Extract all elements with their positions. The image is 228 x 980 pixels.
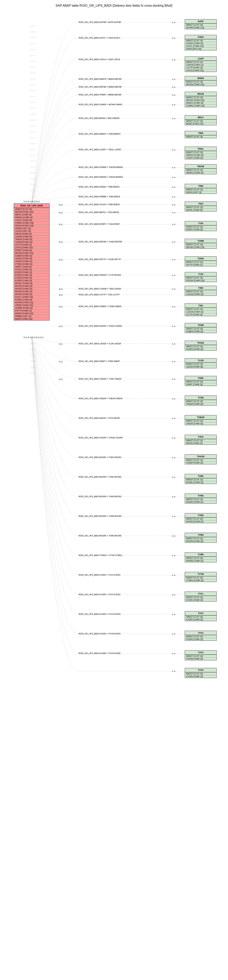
- entity-field: MATKL [CHAR (9)]: [185, 208, 217, 211]
- side-number: 0 : 0 : 1: [31, 196, 36, 197]
- entity-field: LGORT [CHAR (4)]: [185, 156, 217, 159]
- entity-field: MANDT [CLNT (3)]: [185, 345, 217, 348]
- entity-field: LGTYP [CHAR (3)]: [185, 66, 217, 69]
- entity-field: MANDT [CLNT (3)]: [185, 420, 217, 422]
- entity-field: BWTAR [CHAR (10)]: [185, 246, 217, 248]
- relation-link: ROIO_GR_LIPS_BADI-MANDT = T000-MANDT: [79, 133, 121, 135]
- related-entity: MCHAMANDT [CLNT (3)]MATNR [CHAR (18)]WER…: [185, 92, 217, 107]
- entity-field: MANDT [CLNT (3)]: [185, 517, 217, 520]
- main-field: MTART [CHAR (4)]: [14, 249, 49, 252]
- entity-field: FAKSP [CHAR (2)]: [185, 442, 217, 444]
- side-number: 0 : 0 : 1: [31, 184, 36, 186]
- relation-link: ROIO_GR_LIPS_BADI-LGNUM = T300-LGNUM: [79, 288, 121, 290]
- entity-field: MANDT [CLNT (3)]: [185, 225, 217, 228]
- related-entity: TVM4MANDT [CLNT (3)]MVGR4 [CHAR (3)]: [185, 533, 217, 543]
- main-field: LGORT [CHAR (4)]: [14, 219, 49, 221]
- right-cardinality: 0..N: [172, 104, 175, 106]
- entity-title: T000: [185, 131, 217, 135]
- right-cardinality: 0..N: [172, 457, 175, 459]
- right-cardinality: 0..N: [172, 437, 175, 439]
- related-entity: TVM3MANDT [CLNT (3)]MVGR3 [CHAR (3)]: [185, 513, 217, 523]
- right-cardinality: 0..N: [172, 417, 175, 420]
- side-number: 0 : 0 : 1: [31, 131, 36, 133]
- entity-field: KVGR4 [CHAR (3)]: [185, 657, 217, 660]
- entity-field: MANDT [CLNT (3)]: [185, 672, 217, 675]
- side-number: 0 : 0 : 1: [31, 37, 36, 38]
- related-entity: TVV2MANDT [CLNT (3)]KVGR2 [CHAR (3)]: [185, 611, 217, 621]
- related-entity: TVFSMANDT [CLNT (3)]FAKSP [CHAR (2)]: [185, 435, 217, 445]
- side-number: 0 : 0 : 1: [31, 143, 36, 145]
- left-cardinality: {0,1}: [59, 294, 63, 296]
- entity-title: T163K: [185, 256, 217, 261]
- left-cardinality: {0,1}: [59, 241, 63, 243]
- entity-field: GSBER [CHAR (4)]: [185, 330, 217, 333]
- related-entity: TVM1MANDT [CLNT (3)]MVGR1 [CHAR (3)]: [185, 474, 217, 484]
- main-field: BWTAR [CHAR (10)]: [14, 252, 49, 255]
- entity-field: TRAGR [CHAR (4)]: [185, 402, 217, 405]
- relation-link: ROIO_GR_LIPS_BADI-AUFNR = AUFK-AUFNR: [79, 21, 121, 23]
- entity-field: MANDT [CLNT (3)]: [185, 576, 217, 579]
- right-cardinality: 0..N: [172, 594, 175, 596]
- main-field: KVGR2 [CHAR (3)]: [14, 271, 49, 274]
- entity-field: VKBUR [CHAR (4)]: [185, 422, 217, 425]
- entity-title: AUFK: [185, 19, 217, 24]
- related-entity: T000MANDT [CLNT (3)]: [185, 131, 217, 138]
- entity-field: LGNUM [CHAR (3)]: [185, 293, 217, 296]
- entity-field: MANDT [CLNT (3)]: [185, 635, 217, 638]
- main-field: MVGR2 [CHAR (3)]: [14, 285, 49, 287]
- entity-field: MANDT [CLNT (3)]: [185, 616, 217, 618]
- entity-field: MANDT [CLNT (3)]: [185, 206, 217, 208]
- main-field: MATNR [CHAR (18)]: [14, 210, 49, 213]
- relation-link: ROIO_GR_LIPS_BADI-MATNR = MARA-MATNR: [79, 86, 122, 88]
- main-field: KOKRS [CHAR (4)]: [14, 298, 49, 301]
- entity-title: TVKGR: [185, 455, 217, 459]
- main-field: LGTYP [CHAR (3)]: [14, 243, 49, 246]
- right-cardinality: 0..N: [172, 653, 175, 655]
- entity-title: TSPA: [185, 376, 217, 380]
- related-entity: T006MANDT [CLNT (3)]MSEHI [UNIT (3)]: [185, 184, 217, 194]
- related-entity: TVM2MANDT [CLNT (3)]MVGR2 [CHAR (3)]: [185, 493, 217, 504]
- entity-title: T300: [185, 286, 217, 290]
- side-number: 0 : 0 : 1: [31, 60, 36, 62]
- right-cardinality: 0..N: [172, 118, 175, 119]
- entity-field: MANDT [CLNT (3)]: [185, 24, 217, 26]
- entity-field: WERKS [CHAR (4)]: [185, 171, 217, 174]
- relation-link: ROIO_GR_LIPS_BADI-KVGR4 = TVV4-KVGR4: [79, 633, 120, 635]
- right-cardinality: 0..N: [172, 177, 175, 178]
- related-entity: TSPAMANDT [CLNT (3)]SPART [CHAR (2)]: [185, 376, 217, 386]
- main-field: MVGR3 [CHAR (3)]: [14, 287, 49, 290]
- related-entity: T300MANDT [CLNT (3)]LGNUM [CHAR (3)]: [185, 286, 217, 296]
- related-entity: TTGRMANDT [CLNT (3)]TRAGR [CHAR (4)]: [185, 396, 217, 406]
- relation-link: ROIO_GR_LIPS_BADI-GSBER = TGSB-GSBER: [79, 305, 121, 307]
- related-entity: TGSBMANDT [CLNT (3)]GSBER [CHAR (4)]: [185, 323, 217, 333]
- main-field: LGNUM [CHAR (3)]: [14, 241, 49, 243]
- side-number: 0 : 0 : 1: [31, 166, 36, 168]
- entity-field: LGNUM [CHAR (3)]: [185, 310, 217, 313]
- entity-title: TVM5: [185, 552, 217, 557]
- side-number: 0 : 0 : 1: [31, 90, 36, 92]
- right-cardinality: 0..N: [172, 398, 175, 400]
- related-entity: TVV5MANDT [CLNT (3)]KVGR5 [CHAR (3)]: [185, 668, 217, 678]
- left-cardinality: {0,1}: [59, 361, 63, 363]
- entity-field: PRODH [CHAR (18)]: [185, 279, 217, 282]
- entity-field: KVGR2 [CHAR (3)]: [185, 618, 217, 621]
- right-cardinality: 0..N: [172, 259, 175, 261]
- entity-field: KVGR3 [CHAR (3)]: [185, 638, 217, 641]
- entity-title: TVM2: [185, 494, 217, 498]
- left-cardinality: {0,1}: [59, 259, 63, 261]
- left-cardinality: {0,1}: [59, 343, 63, 345]
- right-cardinality: 0..N: [172, 535, 175, 537]
- main-field: VTWEG [CHAR (2)]: [14, 262, 49, 266]
- side-number: 0 : 0 : 1: [31, 113, 36, 115]
- right-cardinality: 0..N: [172, 288, 175, 290]
- related-entity: T163KMANDT [CLNT (3)]KNTTP [CHAR (1)]: [185, 256, 217, 266]
- entity-field: LGTYP [CHAR (3)]: [185, 313, 217, 316]
- entity-field: KVGR5 [CHAR (3)]: [185, 675, 217, 678]
- entity-field: MANDT [CLNT (3)]: [185, 39, 217, 42]
- relation-link: ROIO_GR_LIPS_BADI-EMATN = MARA-MATNR: [79, 78, 122, 80]
- right-cardinality: 0..N: [172, 94, 175, 96]
- entity-field: MANDT [CLNT (3)]: [185, 290, 217, 293]
- relation-link: ROIO_GR_LIPS_BADI-BERID = MDLV-BERID: [79, 117, 119, 119]
- right-cardinality: 0..N: [172, 204, 175, 206]
- entity-field: MSEHI [UNIT (3)]: [185, 191, 217, 194]
